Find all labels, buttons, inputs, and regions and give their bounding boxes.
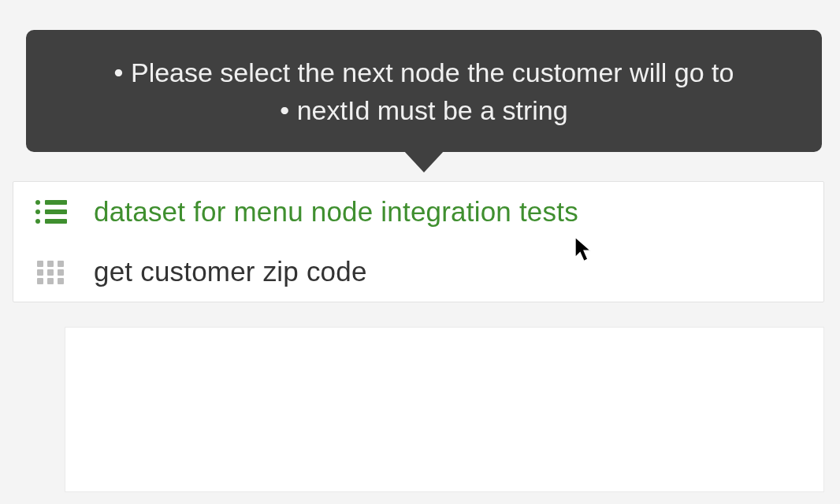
node-item-label: get customer zip code (94, 256, 367, 287)
tooltip-message-list: Please select the next node the customer… (58, 54, 790, 130)
tooltip-message: nextId must be a string (280, 95, 567, 125)
node-item-dataset-menu-tests[interactable]: dataset for menu node integration tests (13, 182, 823, 242)
list-icon (35, 198, 67, 225)
grid-icon (35, 258, 67, 285)
node-item-label: dataset for menu node integration tests (94, 196, 578, 228)
validation-tooltip: Please select the next node the customer… (26, 30, 822, 152)
content-area (65, 327, 824, 492)
page-root: Please select the next node the customer… (0, 0, 840, 504)
node-item-get-customer-zip[interactable]: get customer zip code (13, 242, 823, 302)
tooltip-message: Please select the next node the customer… (114, 57, 734, 87)
node-list-panel: dataset for menu node integration tests … (13, 181, 824, 302)
tooltip-arrow-icon (403, 150, 444, 172)
